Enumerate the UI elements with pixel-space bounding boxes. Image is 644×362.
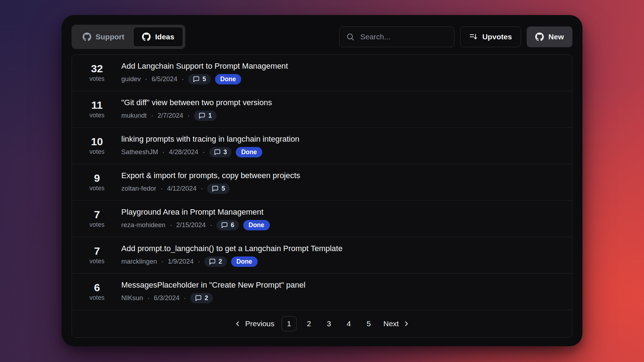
tab-ideas[interactable]: Ideas: [133, 27, 183, 47]
tab-support-label: Support: [96, 33, 124, 41]
post-content: Add prompt.to_langchain() to get a Langc…: [121, 244, 342, 267]
post-row[interactable]: 9 votes Export & import for prompts, cop…: [72, 164, 572, 201]
comment-count-badge[interactable]: 5: [207, 184, 230, 194]
new-post-label: New: [548, 33, 564, 41]
pagination-page-5[interactable]: 5: [361, 316, 376, 331]
post-meta: reza-mohideen · 2/15/2024 · 6 Done: [121, 220, 270, 230]
tab-support[interactable]: Support: [74, 27, 133, 47]
vote-count: 11: [80, 99, 113, 111]
comment-count: 5: [221, 185, 225, 192]
comment-count-badge[interactable]: 2: [190, 293, 213, 303]
sort-upvotes-button[interactable]: Upvotes: [460, 26, 521, 47]
post-rows: 32 votes Add Langchain Support to Prompt…: [72, 55, 572, 310]
done-status-badge: Done: [215, 74, 241, 84]
pagination-previous-label: Previous: [245, 319, 274, 328]
comment-count: 6: [231, 221, 234, 229]
post-row[interactable]: 32 votes Add Langchain Support to Prompt…: [72, 55, 572, 91]
meta-separator: ·: [182, 75, 184, 83]
github-icon: [535, 33, 544, 41]
comment-count: 3: [224, 148, 227, 156]
vote-count-label: votes: [80, 112, 113, 119]
top-bar: Support Ideas Upvotes: [72, 25, 572, 49]
post-content: Add Langchain Support to Prompt Manageme…: [121, 62, 288, 84]
comment-count-badge[interactable]: 1: [194, 111, 216, 121]
post-meta: marcklingen · 1/9/2024 · 2 Done: [121, 256, 342, 267]
post-author: zoltan-fedor: [121, 185, 156, 192]
done-status-badge: Done: [243, 220, 270, 230]
pagination-page-3[interactable]: 3: [321, 316, 336, 331]
board-tab-group: Support Ideas: [72, 25, 185, 49]
post-content: Export & import for prompts, copy betwee…: [121, 171, 300, 194]
vote-count-label: votes: [80, 148, 113, 156]
new-post-button[interactable]: New: [527, 26, 572, 47]
comment-count-badge[interactable]: 3: [209, 147, 232, 157]
post-author: marcklingen: [121, 258, 157, 265]
comment-count-badge[interactable]: 5: [188, 74, 211, 84]
github-icon: [83, 33, 91, 41]
feedback-board-card: Support Ideas Upvotes: [62, 15, 582, 346]
comment-count-badge[interactable]: 2: [204, 256, 227, 267]
pagination-page-2[interactable]: 2: [302, 316, 317, 331]
post-title: Add prompt.to_langchain() to get a Langc…: [121, 244, 342, 253]
post-date: 2/15/2024: [176, 221, 206, 229]
post-content: linking prompts with tracing in langchai…: [121, 134, 299, 157]
meta-separator: ·: [147, 294, 150, 302]
post-list: 32 votes Add Langchain Support to Prompt…: [72, 54, 572, 338]
vote-count: 6: [80, 282, 113, 293]
search-input[interactable]: [360, 32, 458, 41]
post-title: MessagesPlaceholder in "Create New Promp…: [121, 280, 306, 290]
pagination-next[interactable]: Next: [380, 319, 413, 328]
post-row[interactable]: 11 votes "Git diff" view between two pro…: [72, 91, 572, 128]
post-meta: NIKsun · 6/3/2024 · 2: [121, 293, 306, 303]
post-row[interactable]: 7 votes Add prompt.to_langchain() to get…: [72, 237, 572, 274]
vote-count: 7: [80, 245, 113, 257]
comment-icon: [199, 112, 205, 119]
pagination-page-4[interactable]: 4: [341, 316, 356, 331]
vote-count-block: 7 votes: [80, 209, 113, 229]
post-meta: zoltan-fedor · 4/12/2024 · 5: [121, 184, 300, 194]
meta-separator: ·: [151, 112, 153, 119]
post-date: 2/7/2024: [157, 112, 183, 119]
vote-count-block: 7 votes: [80, 245, 113, 265]
vote-count-block: 10 votes: [80, 136, 113, 156]
pagination: Previous 12345 Next: [72, 310, 572, 337]
comment-count: 2: [205, 294, 208, 302]
comment-icon: [214, 149, 221, 156]
vote-count-label: votes: [80, 294, 113, 302]
post-title: linking prompts with tracing in langchai…: [121, 134, 299, 144]
top-bar-controls: Upvotes New: [339, 26, 572, 47]
tab-ideas-label: Ideas: [155, 33, 174, 41]
comment-icon: [193, 76, 200, 83]
post-content: Playground Area in Prompt Management rez…: [121, 207, 270, 230]
comment-icon: [209, 258, 216, 265]
post-author: NIKsun: [121, 294, 143, 302]
post-row[interactable]: 10 votes linking prompts with tracing in…: [72, 128, 572, 164]
pagination-previous[interactable]: Previous: [231, 319, 277, 328]
post-date: 1/9/2024: [168, 258, 194, 265]
vote-count: 7: [80, 209, 113, 220]
post-title: Playground Area in Prompt Management: [121, 207, 270, 217]
sort-descending-icon: [469, 33, 478, 41]
post-meta: SatheeshJM · 4/28/2024 · 3 Done: [121, 147, 299, 157]
meta-separator: ·: [145, 75, 147, 83]
vote-count-block: 6 votes: [80, 282, 113, 302]
comment-icon: [195, 295, 202, 302]
sort-upvotes-label: Upvotes: [482, 33, 512, 41]
meta-separator: ·: [170, 221, 172, 229]
post-row[interactable]: 7 votes Playground Area in Prompt Manage…: [72, 201, 572, 237]
post-date: 4/12/2024: [167, 185, 196, 192]
search-icon: [346, 33, 355, 41]
github-icon: [142, 33, 151, 41]
pagination-page-1[interactable]: 1: [282, 316, 297, 331]
vote-count-label: votes: [80, 185, 113, 192]
search-box[interactable]: [339, 26, 454, 47]
comment-count-badge[interactable]: 6: [216, 220, 239, 230]
post-title: Add Langchain Support to Prompt Manageme…: [121, 62, 288, 71]
comment-icon: [212, 185, 219, 192]
comment-count: 5: [203, 75, 206, 83]
pagination-pages: 12345: [282, 316, 376, 331]
post-row[interactable]: 6 votes MessagesPlaceholder in "Create N…: [72, 274, 572, 310]
comment-icon: [221, 222, 228, 229]
post-meta: mukundt · 2/7/2024 · 1: [121, 111, 272, 121]
post-date: 6/3/2024: [154, 294, 180, 302]
